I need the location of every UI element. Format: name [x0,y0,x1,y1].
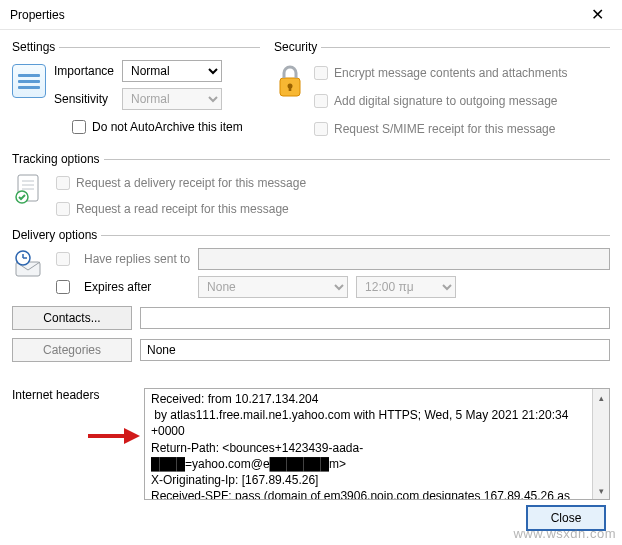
categories-button: Categories [12,338,132,362]
close-icon[interactable]: ✕ [583,1,612,28]
internet-headers-text: Received: from 10.217.134.204 by atlas11… [145,389,609,499]
security-group: Security Encrypt message contents and at… [274,40,610,140]
read-receipt-label: Request a read receipt for this message [76,202,289,216]
internet-headers-textbox[interactable]: Received: from 10.217.134.204 by atlas11… [144,388,610,500]
watermark-text: www.wsxdn.com [513,526,616,541]
expires-checkbox[interactable] [56,280,70,294]
scroll-up-icon[interactable]: ▴ [593,389,609,406]
annotation-arrow-icon [86,424,140,448]
encrypt-label: Encrypt message contents and attachments [334,66,567,80]
title-bar: Properties ✕ [0,0,622,30]
properties-icon [12,64,46,98]
expires-label: Expires after [84,280,190,294]
receipt-icon [12,172,46,206]
sign-label: Add digital signature to outgoing messag… [334,94,557,108]
scroll-down-icon[interactable]: ▾ [593,482,609,499]
sensitivity-select: Normal [122,88,222,110]
tracking-legend: Tracking options [12,152,104,166]
scrollbar[interactable]: ▴ ▾ [592,389,609,499]
have-replies-label: Have replies sent to [84,252,190,266]
lock-icon [274,62,306,100]
settings-legend: Settings [12,40,59,54]
categories-input[interactable] [140,339,610,361]
importance-select[interactable]: Normal [122,60,222,82]
have-replies-input [198,248,610,270]
smime-checkbox [314,122,328,136]
window-title: Properties [10,8,65,22]
delivery-icon [12,248,46,282]
contacts-input[interactable] [140,307,610,329]
autoarchive-label: Do not AutoArchive this item [92,120,243,134]
importance-label: Importance [54,64,114,78]
sensitivity-label: Sensitivity [54,92,114,106]
tracking-group: Tracking options Request a delivery rece… [12,152,610,220]
have-replies-checkbox [56,252,70,266]
svg-marker-13 [124,428,140,444]
smime-label: Request S/MIME receipt for this message [334,122,555,136]
security-legend: Security [274,40,321,54]
encrypt-checkbox [314,66,328,80]
expires-time-select: 12:00 πμ [356,276,456,298]
delivery-receipt-checkbox [56,176,70,190]
settings-group: Settings Importance Normal Sensitivity N… [12,40,260,140]
read-receipt-checkbox [56,202,70,216]
delivery-legend: Delivery options [12,228,101,242]
delivery-receipt-label: Request a delivery receipt for this mess… [76,176,306,190]
sign-checkbox [314,94,328,108]
svg-rect-2 [289,86,292,91]
delivery-group: Delivery options Have replies sent to E [12,228,610,298]
internet-headers-label: Internet headers [12,388,132,402]
contacts-button[interactable]: Contacts... [12,306,132,330]
autoarchive-checkbox[interactable] [72,120,86,134]
expires-date-select: None [198,276,348,298]
